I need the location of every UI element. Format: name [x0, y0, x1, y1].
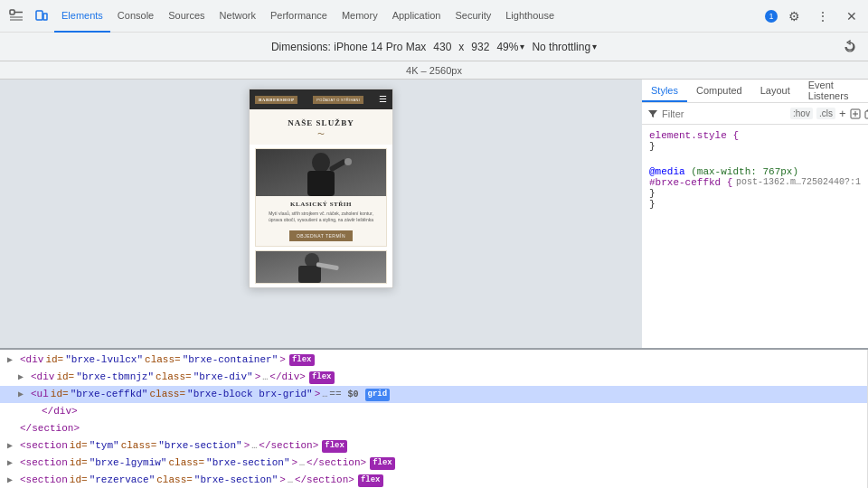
html-tag-div2: <div	[31, 370, 54, 385]
phone-card-1-title: KLASICKÝ STŘIH	[261, 201, 381, 208]
filter-icon[interactable]	[647, 108, 658, 119]
dimensions-label: Dimensions: iPhone 14 Pro Max	[271, 41, 426, 53]
ellipsis-2: …	[262, 371, 268, 385]
phone-frame: BARBERSHOP POŽÁDAT O STŘIHÁNÍ ☰ NAŠE SLU…	[249, 89, 393, 288]
subtab-layout[interactable]: Layout	[751, 80, 799, 102]
expand-arrow-1[interactable]: ▶	[7, 353, 18, 368]
html-tag-section3: <section	[20, 473, 68, 488]
phone-nav-button[interactable]: POŽÁDAT O STŘIHÁNÍ	[313, 96, 363, 104]
zoom-select[interactable]: 49%	[496, 41, 524, 53]
dollar-badge: $0	[345, 388, 362, 402]
height-value: 932	[471, 41, 489, 53]
device-toolbar: Dimensions: iPhone 14 Pro Max 430 x 932 …	[0, 33, 868, 61]
filter-cls-badge[interactable]: .cls	[816, 108, 835, 119]
html-tag-div1: <div	[20, 352, 43, 368]
barber-image	[256, 149, 386, 196]
filter-input[interactable]	[662, 108, 787, 119]
phone-card-1-button[interactable]: OBJEDNAT TERMÍN	[289, 230, 353, 241]
html-tag-close3: >	[315, 387, 321, 402]
html-line-8: ▶ <section id="rezervace" class="brxe-se…	[0, 472, 867, 488]
svg-rect-0	[10, 10, 14, 14]
filter-hov-badge[interactable]: :hov	[790, 108, 813, 119]
tab-sources[interactable]: Sources	[161, 0, 212, 33]
phone-card-1-image-bg	[256, 149, 386, 196]
html-attr-id8: id=	[70, 473, 88, 488]
close-devtools-icon[interactable]: ✕	[839, 4, 864, 29]
css-outer-close: }	[649, 199, 656, 210]
html-tag-close-div3: </div>	[42, 404, 78, 419]
svg-rect-18	[865, 111, 869, 118]
html-attrval-id7: "brxe-lgymiw"	[90, 455, 167, 471]
expand-arrow-2[interactable]: ▶	[18, 371, 29, 385]
html-tag-close-div2: </div>	[269, 370, 306, 385]
html-attrval-class6: "brxe-section"	[158, 438, 241, 454]
rotate-area	[843, 40, 857, 54]
inspect-icon[interactable]	[4, 0, 29, 33]
html-tag-close7: >	[291, 455, 297, 471]
html-attr-class3: class=	[149, 387, 185, 402]
grid-badge[interactable]: grid	[365, 389, 391, 401]
new-style-rule-icon[interactable]	[850, 108, 861, 119]
expand-arrow-7[interactable]: ▶	[7, 456, 18, 471]
css-rule-element-style: element.style { }	[642, 128, 868, 154]
html-tag-ul: <ul	[31, 387, 49, 402]
ellipsis-6: …	[251, 439, 257, 454]
css-source-link[interactable]: post-1362.m…72502440?:1	[736, 177, 861, 187]
subtab-event-listeners[interactable]: Event Listeners	[799, 80, 868, 102]
flex-badge-2[interactable]: flex	[309, 371, 335, 384]
hamburger-icon[interactable]: ☰	[379, 95, 387, 104]
tab-application[interactable]: Application	[385, 0, 448, 33]
devtools-top-toolbar: Elements Console Sources Network Perform…	[0, 0, 868, 33]
flex-badge-7[interactable]: flex	[370, 457, 395, 470]
flex-badge-6[interactable]: flex	[322, 440, 347, 453]
flex-badge-8[interactable]: flex	[358, 474, 383, 487]
tab-console[interactable]: Console	[110, 0, 161, 33]
copy-style-icon[interactable]	[863, 108, 869, 119]
filter-bar: :hov .cls +	[642, 103, 868, 125]
tab-network[interactable]: Network	[212, 0, 263, 33]
html-attr-class6: class=	[121, 438, 157, 454]
tab-performance[interactable]: Performance	[263, 0, 335, 33]
subtab-styles[interactable]: Styles	[642, 80, 687, 102]
tab-memory[interactable]: Memory	[335, 0, 385, 33]
rotate-icon[interactable]	[843, 40, 857, 54]
add-style-icon[interactable]: +	[839, 107, 846, 120]
html-line-1: ▶ <div id="brxe-lvulcx" class="brxe-cont…	[0, 352, 867, 369]
html-content: ▶ <div id="brxe-lvulcx" class="brxe-cont…	[0, 350, 867, 488]
html-attr-id2: id=	[56, 370, 74, 385]
html-line-3: ▶ <ul id="brxe-ceffkd" class="brxe-block…	[0, 386, 867, 403]
subtab-computed[interactable]: Computed	[687, 80, 751, 102]
html-line-4: ▶ </div>	[0, 403, 867, 420]
throttle-select[interactable]: No throttling	[532, 41, 597, 53]
flex-badge-1[interactable]: flex	[289, 354, 315, 367]
html-panel: ▶ <div id="brxe-lvulcx" class="brxe-cont…	[0, 350, 868, 488]
html-tag-close1: >	[279, 352, 286, 368]
phone-hero-section: NAŠE SLUŽBY 〜	[250, 109, 392, 145]
expand-arrow-6[interactable]: ▶	[7, 439, 18, 454]
expand-arrow-8[interactable]: ▶	[7, 474, 18, 488]
phone-heading: NAŠE SLUŽBY	[253, 118, 389, 127]
css-close-brace: }	[649, 141, 656, 152]
dimension-separator: x	[458, 41, 464, 53]
tab-lighthouse[interactable]: Lighthouse	[498, 0, 561, 33]
html-line-5: ▶ </section>	[0, 420, 867, 437]
html-line-7: ▶ <section id="brxe-lgymiw" class="brxe-…	[0, 455, 867, 472]
device-toggle-icon[interactable]	[29, 0, 54, 33]
css-media-params: (max-width: 767px)	[691, 166, 798, 177]
tab-elements[interactable]: Elements	[54, 0, 110, 33]
html-attrval-class2: "brxe-div"	[193, 370, 253, 385]
css-at-keyword: @media	[649, 166, 685, 177]
html-line-2: ▶ <div id="brxe-tbmnjz" class="brxe-div"…	[0, 369, 867, 386]
styles-subtabs: Styles Computed Layout Event Listeners	[642, 80, 868, 103]
resolution-subtitle: 4K – 2560px	[0, 61, 868, 80]
css-selector-element: element.style {	[649, 130, 739, 141]
more-options-icon[interactable]: ⋮	[810, 4, 835, 29]
expand-arrow-3[interactable]: ▶	[18, 388, 29, 402]
tab-security[interactable]: Security	[448, 0, 498, 33]
settings-icon[interactable]: ⚙	[781, 4, 807, 29]
html-attr-id3: id=	[51, 387, 69, 402]
html-tag-close-section7: </section>	[307, 455, 366, 471]
width-value: 430	[433, 41, 451, 53]
phone-card-1-description: Mytí vlasů, střih strojkem vč. náček, za…	[261, 211, 381, 223]
phone-card-2-image	[256, 251, 386, 283]
